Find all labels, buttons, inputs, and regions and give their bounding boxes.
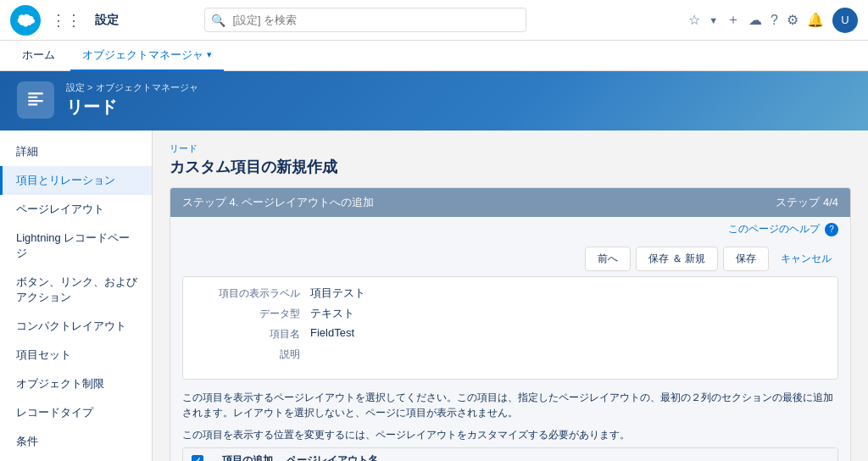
help-icon-circle: ? xyxy=(825,223,838,236)
form-row-fieldname: 項目名 FieldTest xyxy=(209,326,812,342)
grid-icon[interactable]: ⋮⋮ xyxy=(51,11,81,30)
salesforce-logo xyxy=(10,5,41,36)
layout-table: 項目の追加 ページレイアウト名 Lead (Marketing) Layout … xyxy=(182,447,838,461)
description-1: この項目を表示するページレイアウトを選択してください。この項目は、指定したページ… xyxy=(182,390,838,420)
search-icon: 🔍 xyxy=(211,14,225,27)
main-layout: 詳細 項目とリレーション ページレイアウト Lightning レコードページ … xyxy=(0,131,868,461)
save-new-button-top[interactable]: 保存 ＆ 新規 xyxy=(636,247,718,271)
search-input[interactable] xyxy=(204,8,526,32)
sidebar-item-record-type[interactable]: レコードタイプ xyxy=(0,398,152,427)
field-label-fieldname: 項目名 xyxy=(209,326,310,342)
form-row-label: 項目の表示ラベル 項目テスト xyxy=(209,286,812,301)
step-box: ステップ 4. ページレイアウトへの追加 ステップ 4/4 このページのヘルプ … xyxy=(170,187,851,461)
field-value-label: 項目テスト xyxy=(310,286,365,301)
page-title: リード xyxy=(66,96,198,119)
sidebar-item-details[interactable]: 詳細 xyxy=(0,137,152,166)
breadcrumb: 設定 > オブジェクトマネージャ xyxy=(66,81,198,94)
step-indicator: ステップ 4/4 xyxy=(776,195,838,210)
save-button-top[interactable]: 保存 xyxy=(723,247,769,271)
field-value-fieldname: FieldTest xyxy=(310,326,354,342)
tab-object-manager[interactable]: オブジェクトマネージャ ▾ xyxy=(70,41,224,71)
favorite-icon[interactable]: ☆ xyxy=(688,12,700,28)
breadcrumb-object-manager[interactable]: オブジェクトマネージャ xyxy=(96,82,198,92)
avatar[interactable]: U xyxy=(832,8,858,33)
table-header-check-label: 項目の追加 xyxy=(222,453,273,461)
help-icon[interactable]: ? xyxy=(771,13,778,28)
top-nav-icons: ☆ ▼ ＋ ☁ ? ⚙ 🔔 U xyxy=(688,8,858,33)
tab-chevron-icon: ▾ xyxy=(207,49,212,60)
header-checkbox[interactable] xyxy=(192,455,203,461)
field-label-desc: 説明 xyxy=(209,347,310,362)
breadcrumb-setup[interactable]: 設定 xyxy=(66,82,85,92)
bell-icon[interactable]: 🔔 xyxy=(807,12,824,28)
help-link[interactable]: このページのヘルプ ? xyxy=(170,217,850,238)
sidebar-item-conditions[interactable]: 条件 xyxy=(0,427,152,456)
sidebar-item-compact-layout[interactable]: コンパクトレイアウト xyxy=(0,312,152,341)
field-label-datatype: データ型 xyxy=(209,306,310,321)
sidebar-item-lightning-page[interactable]: Lightning レコードページ xyxy=(0,224,152,268)
prev-button[interactable]: 前へ xyxy=(585,247,631,271)
top-action-buttons: 前へ 保存 ＆ 新規 保存 キャンセル xyxy=(170,238,850,276)
form-row-desc: 説明 xyxy=(209,347,812,362)
cloud-icon[interactable]: ☁ xyxy=(748,12,762,28)
settings-icon[interactable]: ⚙ xyxy=(787,12,798,28)
step-header: ステップ 4. ページレイアウトへの追加 ステップ 4/4 xyxy=(170,188,850,217)
field-value-datatype: テキスト xyxy=(310,306,354,321)
content-title: カスタム項目の新規作成 xyxy=(170,157,851,177)
sidebar-item-object-limits[interactable]: オブジェクト制限 xyxy=(0,369,152,398)
top-navigation: ⋮⋮ 設定 🔍 ☆ ▼ ＋ ☁ ? ⚙ 🔔 U xyxy=(0,0,868,41)
sidebar-item-buttons-links[interactable]: ボタン、リンク、およびアクション xyxy=(0,268,152,312)
cancel-button-top[interactable]: キャンセル xyxy=(774,247,838,271)
description-2: この項目を表示する位置を変更するには、ページレイアウトをカスタマイズする必要があ… xyxy=(182,427,838,442)
header-text: 設定 > オブジェクトマネージャ リード xyxy=(66,81,198,119)
add-icon[interactable]: ＋ xyxy=(726,11,740,29)
tab-home[interactable]: ホーム xyxy=(10,41,67,71)
sidebar-item-field-sets[interactable]: 項目セット xyxy=(0,341,152,369)
sidebar-item-search-layout[interactable]: 検索レイアウト xyxy=(0,456,152,461)
search-container: 🔍 xyxy=(204,8,526,32)
header-icon-box xyxy=(17,81,54,119)
app-title: 設定 xyxy=(95,13,119,28)
sidebar-item-fields[interactable]: 項目とリレーション xyxy=(0,166,152,195)
tab-bar: ホーム オブジェクトマネージャ ▾ xyxy=(0,41,868,71)
step-title: ステップ 4. ページレイアウトへの追加 xyxy=(182,195,374,210)
content-area: リード カスタム項目の新規作成 ステップ 4. ページレイアウトへの追加 ステッ… xyxy=(153,131,868,461)
favorite-dropdown-icon[interactable]: ▼ xyxy=(709,15,718,25)
table-header: 項目の追加 ページレイアウト名 xyxy=(183,448,837,461)
header-banner: 設定 > オブジェクトマネージャ リード xyxy=(0,71,868,131)
table-header-name-label: ページレイアウト名 xyxy=(287,453,378,461)
sidebar-item-page-layout[interactable]: ページレイアウト xyxy=(0,195,152,224)
form-row-datatype: データ型 テキスト xyxy=(209,306,812,321)
form-section: 項目の表示ラベル 項目テスト データ型 テキスト 項目名 FieldTest 説… xyxy=(182,276,838,380)
sidebar: 詳細 項目とリレーション ページレイアウト Lightning レコードページ … xyxy=(0,131,153,461)
content-breadcrumb[interactable]: リード xyxy=(170,142,851,155)
field-label-label: 項目の表示ラベル xyxy=(209,286,310,301)
